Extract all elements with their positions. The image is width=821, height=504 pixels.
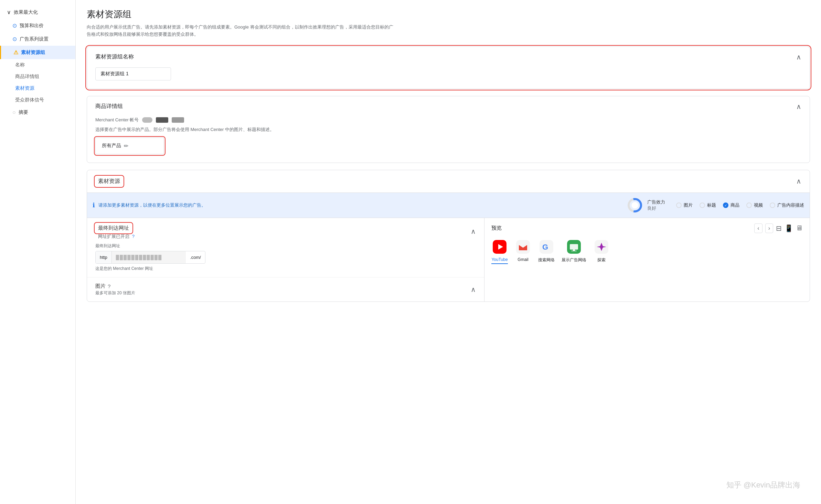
checkbox-image[interactable]: 图片	[676, 202, 693, 208]
checkbox-image-label: 图片	[684, 202, 693, 208]
url-field: http ████████████ .com/	[95, 251, 205, 264]
images-title: 图片	[95, 283, 106, 289]
preview-controls: ‹ › ⊟ 📱 🖥	[754, 223, 803, 233]
preview-area: 预览 ‹ › ⊟ 📱 🖥	[484, 218, 810, 302]
checkbox-product-circle	[723, 202, 728, 208]
sidebar-sub-name[interactable]: 名称	[15, 59, 75, 71]
platform-gmail[interactable]: Gmail	[515, 239, 531, 264]
product-details-header[interactable]: 商品详情组 ∧	[87, 96, 810, 117]
url-header: 最终到达网址 网址扩展已开启 ? ∧	[95, 223, 476, 240]
asset-name-card: 素材资源组名称 ∧	[87, 46, 810, 89]
explore-label: 探索	[597, 257, 606, 263]
youtube-label: YouTube	[491, 257, 508, 262]
checkbox-ad-content-circle	[770, 202, 775, 208]
images-section: 图片 ? 最多可添加 20 张图片 ∧	[87, 277, 484, 302]
asset-name-header[interactable]: 素材资源组名称 ∧	[87, 47, 810, 67]
product-details-card: 商品详情组 ∧ Merchant Center 帐号 选择要在广告中展示的产品。…	[87, 96, 810, 163]
gmail-label: Gmail	[518, 257, 528, 262]
merchant-pill-2	[172, 117, 184, 123]
display-icon-wrap	[566, 239, 582, 255]
preview-header: 预览 ‹ › ⊟ 📱 🖥	[491, 223, 803, 233]
checkbox-title-label: 标题	[707, 202, 716, 208]
checkbox-ad-content[interactable]: 广告内容描述	[770, 202, 804, 208]
sidebar-label-budget: 预算和出价	[20, 23, 44, 29]
svg-text:G: G	[542, 243, 548, 251]
all-products-button[interactable]: 所有产品 ✏	[95, 138, 164, 154]
youtube-icon	[493, 240, 507, 254]
mobile-icon[interactable]: 📱	[785, 224, 793, 232]
gmail-icon-wrap	[515, 239, 531, 255]
platform-explore[interactable]: 探索	[593, 239, 610, 264]
url-field-area: 最终到达网址 http ████████████ .com/ 这是您的 Merc…	[95, 243, 476, 272]
asset-name-collapse-icon: ∧	[796, 53, 801, 61]
platform-search[interactable]: G 搜索网络	[538, 239, 555, 264]
check-circle-icon-2: ⊙	[12, 36, 17, 42]
svg-rect-5	[516, 240, 530, 254]
checkbox-title[interactable]: 标题	[700, 202, 716, 208]
platform-tabs: YouTube Gmail	[491, 239, 803, 264]
sidebar-item-budget[interactable]: ⊙ 预算和出价	[0, 19, 75, 32]
url-title-highlight: 最终到达网址	[95, 223, 132, 233]
youtube-icon-wrap	[491, 239, 508, 255]
svg-point-2	[631, 202, 638, 208]
sidebar-item-summary[interactable]: ○ 摘要	[0, 106, 75, 119]
images-help-icon[interactable]: ?	[108, 283, 110, 289]
images-title-row: 图片 ?	[95, 283, 135, 289]
checkbox-title-circle	[700, 202, 705, 208]
images-title-area: 图片 ? 最多可添加 20 张图片	[95, 283, 135, 296]
pause-icon[interactable]: ⊟	[776, 224, 782, 232]
info-text: 请添加更多素材资源，以便在更多位置展示您的广告。	[98, 202, 206, 208]
ad-strength-info: 广告效力 良好	[647, 199, 665, 211]
merchant-label: Merchant Center 帐号	[95, 117, 139, 123]
merchant-toggle[interactable]	[142, 117, 152, 123]
sidebar-item-performance-max[interactable]: ∨ 效果最大化	[0, 6, 75, 19]
url-section: 最终到达网址 网址扩展已开启 ? ∧ 最终到达网址 http	[87, 218, 484, 277]
platform-display[interactable]: 展示广告网络	[562, 239, 586, 264]
checkbox-video[interactable]: 视频	[746, 202, 763, 208]
chevron-down-icon: ∨	[7, 9, 11, 15]
svg-rect-9	[570, 244, 578, 250]
desktop-icon[interactable]: 🖥	[796, 224, 803, 232]
google-icon: G	[540, 240, 553, 254]
ad-type-checkboxes: 图片 标题 商品 视频 广告内容描述	[676, 202, 804, 208]
gmail-icon	[516, 240, 530, 254]
preview-next-button[interactable]: ›	[765, 223, 773, 233]
sidebar-item-campaign-settings[interactable]: ⊙ 广告系列设置	[0, 32, 75, 46]
search-network-label: 搜索网络	[538, 257, 555, 263]
pencil-icon: ✏	[124, 143, 128, 149]
preview-prev-button[interactable]: ‹	[754, 223, 762, 233]
sidebar-label-summary: 摘要	[19, 109, 28, 116]
svg-rect-11	[571, 251, 577, 251]
sidebar-item-asset-group[interactable]: ⚠ 素材资源组	[0, 46, 75, 59]
platform-youtube[interactable]: YouTube	[491, 239, 508, 264]
ad-strength-label: 广告效力	[647, 199, 665, 205]
images-header: 图片 ? 最多可添加 20 张图片 ∧	[95, 283, 476, 296]
preview-title: 预览	[491, 225, 502, 231]
product-details-body: Merchant Center 帐号 选择要在广告中展示的产品。部分广告将会使用…	[87, 117, 810, 163]
checkbox-product[interactable]: 商品	[723, 202, 739, 208]
url-hint: 这是您的 Merchant Center 网址	[95, 266, 476, 272]
sidebar-sub-menu: 名称 商品详情组 素材资源 受众群体信号	[0, 59, 75, 106]
checkbox-image-circle	[676, 202, 682, 208]
check-circle-icon: ⊙	[12, 22, 17, 29]
url-help-icon[interactable]: ?	[132, 234, 135, 239]
sidebar-label-performance-max: 效果最大化	[14, 9, 38, 15]
network-expansion-label: 网址扩展已开启 ?	[95, 233, 135, 240]
sidebar: ∨ 效果最大化 ⊙ 预算和出价 ⊙ 广告系列设置 ⚠ 素材资源组 名称 商品详情…	[0, 0, 76, 504]
sidebar-sub-audience[interactable]: 受众群体信号	[15, 94, 75, 106]
asset-name-input[interactable]	[95, 67, 171, 80]
google-icon-wrap: G	[538, 239, 555, 255]
sidebar-sub-assets[interactable]: 素材资源	[15, 83, 75, 94]
url-masked-value: ████████████	[112, 251, 186, 263]
sidebar-label-asset-group: 素材资源组	[21, 50, 45, 56]
page-description: 向合适的用户展示优质广告。请先添加素材资源，即每个广告的组成要素。Google …	[87, 24, 396, 38]
url-title-area: 最终到达网址 网址扩展已开启 ?	[95, 223, 135, 240]
assets-split: 最终到达网址 网址扩展已开启 ? ∧ 最终到达网址 http	[87, 218, 810, 302]
images-subtitle: 最多可添加 20 张图片	[95, 290, 135, 296]
checkbox-video-circle	[746, 202, 752, 208]
product-details-title: 商品详情组	[95, 103, 123, 110]
checkbox-video-label: 视频	[754, 202, 763, 208]
images-collapse-icon: ∧	[471, 285, 476, 294]
sidebar-sub-product-group[interactable]: 商品详情组	[15, 71, 75, 83]
assets-form-area: 最终到达网址 网址扩展已开启 ? ∧ 最终到达网址 http	[87, 218, 484, 302]
